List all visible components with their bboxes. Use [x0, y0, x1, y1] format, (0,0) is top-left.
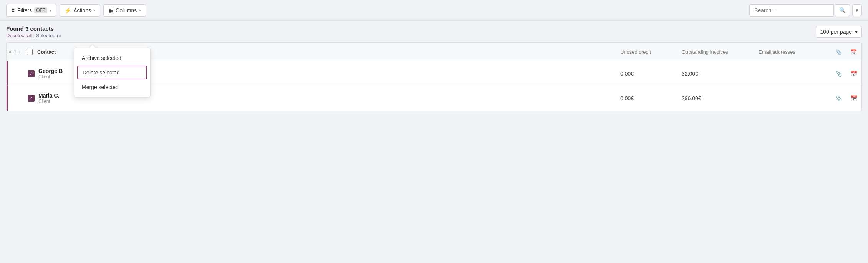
results-row: Found 3 contacts Deselect all | Selected…	[6, 25, 862, 38]
filters-button[interactable]: ⧗ Filters OFF ▾	[6, 4, 56, 17]
deselect-all-link[interactable]: Deselect all	[6, 33, 32, 38]
row1-email-addresses	[754, 71, 831, 77]
toolbar: ⧗ Filters OFF ▾ ⚡ Actions ▾ ▦ Columns ▾ …	[0, 0, 868, 21]
search-dropdown-button[interactable]: ▾	[852, 4, 862, 16]
dropdown-delete-item[interactable]: Delete selected	[77, 66, 147, 79]
contact-column-label: Contact	[37, 49, 56, 55]
row1-contact-name: George B	[38, 68, 63, 74]
row2-calendar-icon: 📅	[851, 95, 857, 101]
row2-contact-info: Maria C. Client	[38, 93, 59, 104]
actions-dropdown-menu: Archive selected Delete selected Merge s…	[74, 48, 151, 98]
selected-label: Selected re	[36, 33, 61, 38]
row2-unused-credit: 0.00€	[616, 92, 677, 104]
row1-calendar-btn[interactable]: 📅	[846, 68, 861, 80]
row1-attachment-btn[interactable]: 📎	[831, 68, 846, 80]
calendar-header-icon: 📅	[851, 49, 857, 55]
content-area: Archive selected Delete selected Merge s…	[0, 21, 868, 116]
actions-button[interactable]: ⚡ Actions ▾	[60, 4, 100, 17]
filter-icon: ⧗	[11, 7, 15, 13]
sort-controls: ✕ 1 ↓	[8, 49, 20, 55]
header-email-addresses: Email addresses	[754, 46, 831, 58]
separator: |	[33, 33, 36, 38]
row2-contact-name: Maria C.	[38, 93, 59, 99]
actions-label: Actions	[73, 7, 91, 13]
results-links: Deselect all | Selected re	[6, 33, 61, 38]
filters-chevron-icon: ▾	[50, 8, 51, 12]
outstanding-invoices-label: Outstanding invoices	[682, 49, 728, 55]
sort-count: 1	[14, 49, 17, 55]
row1-outstanding-invoices: 32.00€	[677, 68, 754, 80]
search-area: 🔍 ▾	[749, 4, 862, 17]
header-unused-credit: Unused credit	[616, 46, 677, 58]
header-checkbox-cell: ✕ 1 ↓	[7, 49, 22, 55]
row2-checkbox[interactable]: ✓	[28, 95, 35, 102]
sort-arrow-icon: ↓	[18, 49, 20, 55]
dropdown-archive-item[interactable]: Archive selected	[74, 51, 150, 65]
search-icon: 🔍	[839, 7, 846, 13]
filters-label: Filters	[17, 7, 32, 13]
row1-paperclip-icon: 📎	[835, 71, 842, 77]
row1-check-icon: ✓	[29, 71, 33, 76]
unused-credit-label: Unused credit	[620, 49, 651, 55]
lightning-icon: ⚡	[65, 7, 71, 13]
row1-unused-credit: 0.00€	[616, 68, 677, 80]
per-page-label: 100 per page	[820, 29, 852, 35]
results-count: Found 3 contacts	[6, 25, 61, 32]
row2-attachment-btn[interactable]: 📎	[831, 92, 846, 104]
select-all-checkbox[interactable]	[27, 49, 33, 55]
per-page-select[interactable]: 100 per page ▾	[816, 26, 862, 38]
row1-checkbox[interactable]: ✓	[28, 70, 35, 77]
row2-email-addresses	[754, 95, 831, 101]
row2-outstanding-invoices: 296.00€	[677, 92, 754, 104]
header-attachments: 📎	[831, 46, 846, 58]
search-input[interactable]	[749, 4, 834, 17]
row2-paperclip-icon: 📎	[835, 95, 842, 101]
search-dropdown-chevron-icon: ▾	[856, 7, 858, 13]
attachment-header-icon: 📎	[835, 49, 841, 55]
row1-contact-type: Client	[38, 74, 63, 79]
row2-contact-type: Client	[38, 99, 59, 104]
filters-badge: OFF	[34, 7, 47, 13]
row1-calendar-icon: 📅	[851, 71, 857, 77]
sort-clear-icon[interactable]: ✕	[8, 49, 12, 55]
columns-chevron-icon: ▾	[139, 8, 141, 12]
columns-label: Columns	[116, 7, 137, 13]
search-button[interactable]: 🔍	[835, 4, 850, 16]
actions-chevron-icon: ▾	[93, 8, 95, 12]
results-info: Found 3 contacts Deselect all | Selected…	[6, 25, 61, 38]
header-outstanding-invoices: Outstanding invoices	[677, 46, 754, 58]
dropdown-merge-item[interactable]: Merge selected	[74, 80, 150, 94]
columns-icon: ▦	[108, 7, 113, 13]
email-addresses-label: Email addresses	[759, 49, 795, 55]
row2-check-icon: ✓	[29, 96, 33, 101]
columns-button[interactable]: ▦ Columns ▾	[103, 4, 146, 17]
row1-contact-info: George B Client	[38, 68, 63, 79]
per-page-chevron-icon: ▾	[855, 29, 858, 35]
row2-calendar-btn[interactable]: 📅	[846, 92, 861, 104]
header-calendar: 📅	[846, 46, 861, 58]
